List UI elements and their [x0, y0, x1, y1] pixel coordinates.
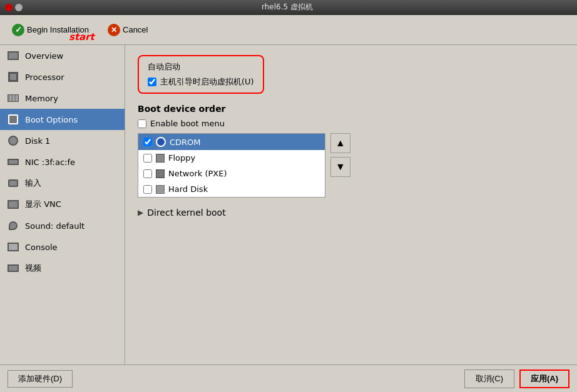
- autostart-checkbox-label: 主机引导时启动虚拟机(U): [160, 76, 254, 88]
- move-down-button[interactable]: ▼: [330, 157, 350, 177]
- minimize-icon[interactable]: [15, 4, 23, 11]
- sidebar-item-overview[interactable]: Overview: [0, 45, 125, 66]
- boot-device-order-section: Boot device order Enable boot menu CDROM: [138, 104, 564, 218]
- enable-boot-menu-row: Enable boot menu: [138, 119, 564, 128]
- bottom-bar: 添加硬件(D) 取消(C) 应用(A): [0, 364, 577, 392]
- hdd-device-icon: [156, 185, 165, 194]
- memory-icon: [6, 91, 20, 105]
- processor-icon: [6, 70, 20, 84]
- direct-kernel-section[interactable]: ▶ Direct kernel boot: [138, 208, 564, 218]
- boot-cdrom-label: CDROM: [170, 138, 201, 147]
- enable-boot-menu-label: Enable boot menu: [150, 119, 225, 128]
- nic-icon: [6, 155, 20, 169]
- input-icon: [6, 176, 20, 190]
- floppy-device-icon: [156, 154, 165, 163]
- boot-cdrom-checkbox[interactable]: [143, 138, 152, 146]
- boot-network-checkbox[interactable]: [143, 169, 152, 178]
- console-icon: [6, 240, 20, 254]
- direct-kernel-arrow-icon: ▶: [138, 208, 143, 217]
- title-bar: rhel6.5 虚拟机: [0, 0, 577, 15]
- autostart-checkbox[interactable]: [148, 78, 156, 86]
- sidebar-video-label: 视频: [25, 263, 41, 274]
- bottom-left-buttons: 添加硬件(D): [8, 370, 73, 388]
- sidebar-disk1-label: Disk 1: [25, 136, 50, 146]
- up-arrow-icon: ▲: [335, 138, 345, 149]
- boot-floppy-label: Floppy: [168, 153, 195, 163]
- sidebar-overview-label: Overview: [25, 51, 63, 61]
- boot-floppy-checkbox[interactable]: [143, 154, 152, 163]
- sidebar-boot-options-label: Boot Options: [25, 115, 78, 124]
- sidebar-memory-label: Memory: [25, 94, 58, 103]
- add-hardware-label: 添加硬件(D): [18, 374, 62, 383]
- boot-order-buttons: ▲ ▼: [330, 133, 350, 198]
- toolbar: ✓ Begin Installation ✕ Cancel start: [0, 15, 577, 45]
- boot-device-order-title: Boot device order: [138, 104, 564, 114]
- x-icon: ✕: [108, 24, 120, 36]
- sidebar-item-video[interactable]: 视频: [0, 258, 125, 279]
- boot-item-harddisk[interactable]: Hard Disk: [138, 181, 325, 197]
- video-icon: [6, 261, 20, 275]
- cdrom-device-icon: [156, 137, 166, 147]
- bottom-cancel-label: 取消(C): [476, 374, 503, 383]
- boot-hdd-checkbox[interactable]: [143, 185, 152, 194]
- check-icon: ✓: [12, 24, 24, 36]
- bottom-right-buttons: 取消(C) 应用(A): [464, 369, 569, 388]
- enable-boot-menu-checkbox[interactable]: [138, 119, 146, 128]
- sidebar-item-console[interactable]: Console: [0, 236, 125, 258]
- sidebar-item-disk1[interactable]: Disk 1: [0, 130, 125, 151]
- sidebar-item-nic[interactable]: NIC :3f:ac:fe: [0, 151, 125, 173]
- sound-icon: [6, 219, 20, 233]
- overview-icon: [6, 49, 20, 63]
- boot-item-floppy[interactable]: Floppy: [138, 150, 325, 166]
- boot-item-cdrom[interactable]: CDROM: [138, 134, 325, 150]
- sidebar-input-label: 输入: [25, 178, 41, 189]
- down-arrow-icon: ▼: [335, 161, 345, 173]
- autostart-section: 自动启动 主机引导时启动虚拟机(U): [138, 55, 264, 94]
- main-layout: Overview Processor Memory Boot Options D…: [0, 45, 577, 364]
- apply-label: 应用(A): [531, 374, 558, 383]
- boot-item-network[interactable]: Network (PXE): [138, 166, 325, 181]
- sidebar-item-sound[interactable]: Sound: default: [0, 215, 125, 236]
- display-icon: [6, 198, 20, 211]
- cancel-label: Cancel: [123, 25, 148, 34]
- add-hardware-button[interactable]: 添加硬件(D): [8, 370, 73, 388]
- sidebar-processor-label: Processor: [25, 73, 64, 82]
- sidebar-item-boot-options[interactable]: Boot Options: [0, 109, 125, 130]
- disk1-icon: [6, 134, 20, 148]
- sidebar-display-label: 显示 VNC: [25, 199, 61, 210]
- sidebar: Overview Processor Memory Boot Options D…: [0, 45, 125, 364]
- boot-device-list: CDROM Floppy Network (PXE): [138, 133, 325, 198]
- bottom-cancel-button[interactable]: 取消(C): [464, 369, 514, 388]
- start-annotation: start: [69, 31, 94, 43]
- boot-list-area: CDROM Floppy Network (PXE): [138, 133, 564, 198]
- sidebar-item-memory[interactable]: Memory: [0, 88, 125, 109]
- sidebar-item-input[interactable]: 输入: [0, 173, 125, 194]
- sidebar-item-display[interactable]: 显示 VNC: [0, 194, 125, 215]
- sidebar-sound-label: Sound: default: [25, 221, 84, 231]
- autostart-title: 自动启动: [148, 61, 254, 73]
- sidebar-console-label: Console: [25, 243, 58, 252]
- content-area: 自动启动 主机引导时启动虚拟机(U) Boot device order Ena…: [125, 45, 577, 364]
- cancel-button[interactable]: ✕ Cancel: [101, 21, 155, 39]
- boot-network-label: Network (PXE): [168, 169, 227, 178]
- close-icon[interactable]: [5, 4, 13, 11]
- title-bar-controls: [5, 4, 23, 11]
- sidebar-nic-label: NIC :3f:ac:fe: [25, 158, 75, 167]
- boot-hdd-label: Hard Disk: [168, 184, 208, 194]
- network-device-icon: [156, 169, 165, 178]
- sidebar-item-processor[interactable]: Processor: [0, 66, 125, 88]
- move-up-button[interactable]: ▲: [330, 133, 350, 153]
- direct-kernel-label: Direct kernel boot: [147, 208, 225, 218]
- window-title: rhel6.5 虚拟机: [262, 2, 313, 13]
- apply-button[interactable]: 应用(A): [519, 369, 569, 388]
- autostart-check-row: 主机引导时启动虚拟机(U): [148, 76, 254, 88]
- boot-options-icon: [6, 113, 20, 126]
